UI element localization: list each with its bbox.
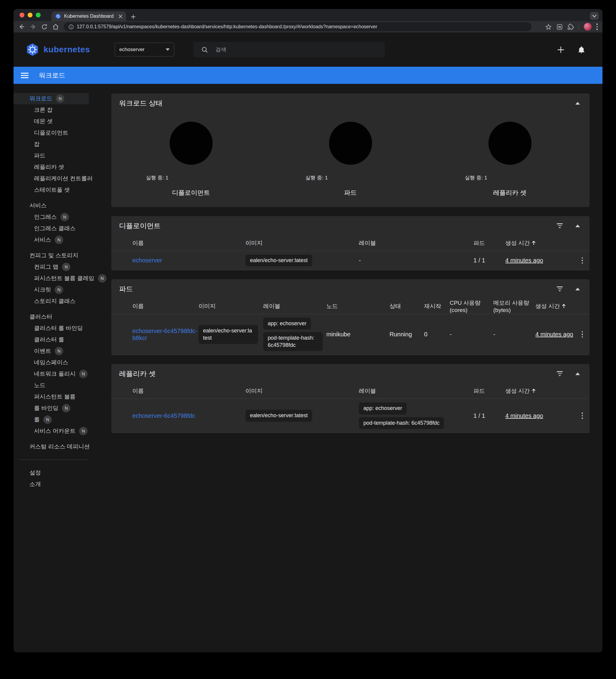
notifications-bell-icon[interactable] bbox=[578, 46, 585, 54]
sidebar-item-cluster-roles[interactable]: 클러스터 롤 bbox=[13, 334, 89, 345]
column-name[interactable]: 이름 bbox=[132, 387, 245, 395]
profile-avatar[interactable] bbox=[584, 23, 592, 31]
collapse-icon[interactable] bbox=[576, 225, 580, 227]
replicasets-card: 레플리카 셋 이름 이미지 레이블 파드 생성 시간 bbox=[111, 364, 589, 433]
row-menu-kebab-icon[interactable] bbox=[582, 331, 583, 338]
collapse-icon[interactable] bbox=[576, 288, 580, 290]
sidebar-item-persistent-volume-claims[interactable]: 퍼시스턴트 볼륨 클레임 N bbox=[13, 272, 89, 284]
new-badge: N bbox=[62, 263, 70, 271]
page-title: 워크로드 bbox=[39, 71, 65, 80]
sidebar-item-config-and-storage[interactable]: 컨피그 및 스토리지 bbox=[13, 250, 89, 261]
image-chip: ealen/echo-server:latest bbox=[245, 410, 312, 421]
sidebar-item-role-bindings[interactable]: 롤 바인딩 N bbox=[13, 402, 89, 414]
notion-extension-icon[interactable]: N bbox=[556, 24, 563, 30]
new-badge: N bbox=[62, 404, 70, 412]
sidebar-item-deployments[interactable]: 디플로이먼트 bbox=[13, 127, 89, 138]
column-cpu[interactable]: CPU 사용량 (cores) bbox=[450, 299, 493, 314]
column-image[interactable]: 이미지 bbox=[198, 302, 263, 310]
namespace-selector[interactable]: echoserver bbox=[115, 43, 174, 57]
column-restarts[interactable]: 재시작 bbox=[424, 302, 450, 310]
sidebar-item-jobs[interactable]: 잡 bbox=[13, 138, 89, 150]
sidebar-item-daemon-sets[interactable]: 데몬 셋 bbox=[13, 116, 89, 127]
sidebar-item-ingresses[interactable]: 인그레스 N bbox=[13, 211, 89, 223]
column-memory[interactable]: 메모리 사용량 (bytes) bbox=[493, 299, 535, 314]
new-tab-button[interactable] bbox=[131, 14, 136, 19]
hamburger-menu-icon[interactable] bbox=[21, 72, 29, 78]
collapse-icon[interactable] bbox=[576, 102, 580, 105]
column-image[interactable]: 이미지 bbox=[245, 239, 359, 247]
sidebar-item-ingress-classes[interactable]: 인그레스 클래스 bbox=[13, 223, 89, 234]
kubernetes-brand[interactable]: kubernetes bbox=[26, 43, 90, 57]
sidebar-item-services[interactable]: 서비스 N bbox=[13, 234, 89, 246]
column-pods[interactable]: 파드 bbox=[473, 239, 505, 247]
tab-close-icon[interactable] bbox=[119, 14, 122, 18]
column-node[interactable]: 노드 bbox=[326, 302, 390, 310]
sidebar-item-namespaces[interactable]: 네임스페이스 bbox=[13, 357, 89, 368]
sidebar-item-about[interactable]: 소개 bbox=[13, 479, 89, 490]
column-pods[interactable]: 파드 bbox=[473, 387, 505, 395]
sidebar-item-secrets[interactable]: 시크릿 N bbox=[13, 284, 89, 295]
zoom-window-button[interactable] bbox=[36, 12, 40, 18]
pods-chart-name: 파드 bbox=[271, 189, 430, 197]
sidebar-item-config-maps[interactable]: 컨피그 맵 N bbox=[13, 261, 89, 272]
filter-icon[interactable] bbox=[557, 286, 563, 291]
column-label[interactable]: 레이블 bbox=[359, 239, 473, 247]
search-box[interactable] bbox=[193, 42, 385, 57]
column-created[interactable]: 생성 시간 bbox=[505, 387, 567, 395]
sort-ascending-icon bbox=[562, 304, 566, 309]
sidebar-item-roles[interactable]: 롤 N bbox=[13, 414, 89, 425]
row-menu-kebab-icon[interactable] bbox=[582, 412, 583, 419]
search-input[interactable] bbox=[215, 46, 377, 53]
sidebar-item-cluster-section[interactable]: 클러스터 bbox=[13, 311, 89, 323]
sidebar-item-service-section[interactable]: 서비스 bbox=[13, 200, 89, 211]
back-icon[interactable] bbox=[18, 24, 25, 30]
home-icon[interactable] bbox=[52, 24, 59, 30]
extensions-puzzle-icon[interactable] bbox=[567, 24, 574, 30]
minimize-window-button[interactable] bbox=[28, 12, 32, 18]
sidebar-item-settings[interactable]: 설정 bbox=[13, 467, 89, 479]
sidebar-item-persistent-volumes[interactable]: 퍼시스턴트 볼륨 bbox=[13, 391, 89, 402]
sidebar-item-replica-sets[interactable]: 레플리카 셋 bbox=[13, 161, 89, 173]
sidebar-item-cron-jobs[interactable]: 크론 잡 bbox=[13, 104, 89, 116]
column-label[interactable]: 레이블 bbox=[263, 302, 326, 310]
column-created[interactable]: 생성 시간 bbox=[505, 239, 567, 247]
url-bar[interactable] bbox=[64, 22, 531, 31]
site-info-icon[interactable] bbox=[69, 24, 74, 29]
replicaset-name-link[interactable]: echoserver-6c45798fdc bbox=[132, 412, 195, 419]
sidebar-item-network-policies[interactable]: 네트워크 폴리시 N bbox=[13, 368, 89, 380]
create-resource-plus-icon[interactable] bbox=[557, 46, 564, 54]
row-menu-kebab-icon[interactable] bbox=[582, 257, 583, 264]
sidebar-item-nodes[interactable]: 노드 bbox=[13, 380, 89, 391]
tab-search-chevron-button[interactable] bbox=[590, 12, 599, 20]
url-input[interactable] bbox=[77, 24, 527, 29]
browser-tab[interactable]: Kubernetes Dashboard bbox=[52, 11, 126, 21]
content-area: 워크로드 N 크론 잡 데몬 셋 디플로이먼트 잡 파드 bbox=[13, 84, 603, 652]
sidebar-item-storage-classes[interactable]: 스토리지 클래스 bbox=[13, 295, 89, 307]
column-name[interactable]: 이름 bbox=[132, 302, 198, 310]
sidebar-item-events[interactable]: 이벤트 N bbox=[13, 345, 89, 357]
bookmark-star-icon[interactable] bbox=[545, 24, 552, 30]
forward-icon[interactable] bbox=[30, 24, 36, 30]
filter-icon[interactable] bbox=[557, 223, 563, 228]
sidebar-item-service-accounts[interactable]: 서비스 어카운트 N bbox=[13, 425, 89, 437]
browser-menu-kebab-icon[interactable] bbox=[596, 24, 598, 30]
column-image[interactable]: 이미지 bbox=[245, 387, 359, 395]
image-chip: ealen/echo-server:latest bbox=[245, 255, 312, 266]
sidebar-item-cluster-role-bindings[interactable]: 클러스터 롤 바인딩 bbox=[13, 323, 89, 334]
reload-icon[interactable] bbox=[41, 24, 48, 30]
sidebar-item-pods[interactable]: 파드 bbox=[13, 150, 89, 161]
sidebar-item-replication-controllers[interactable]: 레플리케이션 컨트롤러 bbox=[13, 173, 89, 184]
close-window-button[interactable] bbox=[20, 12, 24, 18]
column-name[interactable]: 이름 bbox=[132, 239, 245, 247]
sidebar-item-stateful-sets[interactable]: 스테이트풀 셋 bbox=[13, 184, 89, 196]
pod-name-link[interactable]: echoserver-6c45798fdc-b8kcr bbox=[132, 328, 197, 341]
sidebar-item-workloads[interactable]: 워크로드 N bbox=[13, 93, 89, 104]
sidebar-item-custom-resource-definitions[interactable]: 커스텀 리소스 데피니션 bbox=[13, 441, 89, 452]
collapse-icon[interactable] bbox=[576, 373, 580, 375]
column-label[interactable]: 레이블 bbox=[359, 387, 473, 395]
column-status[interactable]: 상태 bbox=[390, 302, 424, 310]
column-created[interactable]: 생성 시간 bbox=[535, 302, 578, 310]
deployment-name-link[interactable]: echoserver bbox=[132, 257, 162, 264]
pods-status-chart: 실행 중: 1 파드 bbox=[271, 113, 430, 197]
filter-icon[interactable] bbox=[557, 371, 563, 376]
